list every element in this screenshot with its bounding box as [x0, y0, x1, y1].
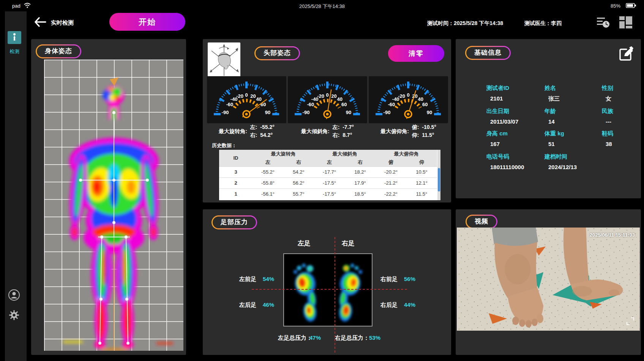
info-label-0: 测试者ID [486, 85, 509, 92]
svg-text:-60: -60 [226, 102, 233, 107]
gear-icon[interactable] [8, 309, 20, 322]
basic-info-pill: 基础信息 [465, 46, 511, 60]
total-pressure-label-0: 左足总压力： [278, 334, 312, 342]
total-pressure-value-1: 53% [369, 334, 380, 341]
svg-text:90: 90 [427, 110, 432, 115]
basic-info-panel: 基础信息 测试者ID2101姓名张三性别女出生日期2011/03/07年龄14民… [456, 39, 641, 198]
info-label-4: 年龄 [545, 108, 556, 115]
battery-icon [626, 3, 636, 10]
svg-text:-90: -90 [222, 110, 229, 115]
right-foot-header: 右足 [342, 239, 355, 248]
foot-pressure-title: 足部压力 [213, 217, 256, 228]
gauge-metrics-row: 最大旋转角: 左: -55.2° 右: 54.2° 最大倾斜角: 左: -7.7… [207, 124, 448, 139]
gauge-metric-0: 最大旋转角: 左: -55.2° 右: 54.2° [207, 124, 286, 139]
video-title: 视频 [467, 216, 496, 228]
table-row: 3-55.2°54.2°-17.7°18.2°-20.2°10.5° [219, 166, 437, 177]
avatar-icon[interactable] [8, 289, 20, 303]
info-label-6: 身高 cm [486, 130, 508, 137]
svg-text:60: 60 [422, 102, 428, 107]
svg-text:-90: -90 [303, 110, 310, 115]
history-data-label: 历史数据： [212, 142, 237, 149]
svg-text:-60: -60 [388, 102, 395, 107]
expand-icon[interactable] [626, 317, 635, 327]
table-scrollbar-thumb[interactable] [438, 168, 440, 191]
head-posture-panel: 头部姿态 清零 -90-60-40-20020406090-90-60-40-2… [203, 39, 451, 202]
info-label-3: 出生日期 [486, 108, 509, 115]
head-posture-pill: 头部姿态 [254, 46, 300, 60]
svg-text:20: 20 [250, 93, 256, 99]
status-datetime: 2025/5/28 下午14:38 [299, 3, 345, 10]
body-posture-title: 身体姿态 [37, 46, 80, 57]
gauge-metric-1: 最大倾斜角: 左: -7.7° 右: 8.7° [288, 124, 367, 139]
svg-text:-60: -60 [307, 102, 314, 107]
info-label-1: 姓名 [545, 85, 556, 92]
basic-info-title: 基础信息 [466, 47, 510, 59]
info-value-0: 2101 [490, 95, 503, 102]
history-report-icon[interactable] [597, 17, 610, 30]
total-pressure-value-0: 47% [309, 334, 321, 341]
table-row: 2-55.8°56.2°-17.5°17.9°-21.2°12.1° [219, 177, 437, 188]
test-time-label: 测试时间：2025/5/28 下午14:38 [427, 20, 503, 27]
svg-text:90: 90 [346, 110, 351, 115]
edit-icon[interactable] [618, 46, 634, 63]
info-label-7: 体重 kg [545, 130, 564, 137]
info-value-8: 38 [606, 141, 612, 147]
svg-text:0: 0 [407, 92, 409, 98]
gauges-row: -90-60-40-20020406090-90-60-40-200204060… [207, 76, 448, 123]
start-button[interactable]: 开始 [109, 13, 185, 31]
info-label-9: 电话号码 [486, 153, 509, 160]
info-value-10: 2024/12/13 [548, 164, 577, 170]
foot-pressure-panel: 足部压力 左足 右足 [203, 209, 451, 355]
gauge-0: -90-60-40-20020406090 [207, 76, 286, 123]
sidebar-detect-label: 检测 [5, 48, 24, 55]
video-frame: 2025/06/11 15:11:33 [457, 228, 640, 331]
info-value-4: 14 [548, 118, 555, 125]
head-posture-title: 头部姿态 [256, 47, 299, 59]
gauge-2: -90-60-40-20020406090 [369, 76, 448, 123]
svg-text:60: 60 [341, 102, 347, 107]
svg-text:20: 20 [331, 93, 336, 99]
info-value-6: 167 [490, 141, 500, 147]
quad-label-3: 右后足 [380, 301, 398, 309]
quad-value-1: 56% [404, 276, 415, 282]
info-value-2: 女 [606, 95, 611, 102]
page-title: 实时检测 [51, 19, 74, 27]
svg-text:-20: -20 [398, 93, 405, 99]
foot-pressure-pill: 足部压力 [212, 215, 257, 229]
wifi-icon [24, 2, 31, 10]
quad-label-0: 左前足 [239, 276, 256, 283]
reset-button[interactable]: 清零 [388, 45, 444, 62]
status-bar: pad 2025/5/28 下午14:38 85% [0, 0, 644, 11]
info-value-3: 2011/03/07 [490, 118, 518, 125]
svg-text:90: 90 [265, 110, 270, 115]
info-label-2: 性别 [602, 85, 613, 92]
crosshair-horizontal-line [252, 289, 407, 290]
sidebar: 检测 [5, 11, 27, 361]
test-doctor-label: 测试医生：李四 [524, 20, 562, 27]
info-value-5: --- [606, 118, 611, 125]
sidebar-item-detect[interactable] [8, 31, 21, 44]
video-pill: 视频 [466, 215, 497, 229]
back-button[interactable] [34, 17, 46, 28]
left-foot-header: 左足 [298, 239, 311, 248]
person-icon [11, 33, 18, 42]
svg-text:-90: -90 [384, 110, 391, 115]
layout-grid-icon[interactable] [619, 16, 633, 30]
quad-value-3: 44% [404, 301, 415, 308]
history-table: ID最大旋转角最大倾斜角最大俯仰角左右左右俯仰3-55.2°54.2°-17.7… [219, 150, 440, 200]
gauge-1: -90-60-40-20020406090 [288, 76, 367, 123]
table-scrollbar [437, 150, 440, 200]
svg-text:-20: -20 [317, 93, 324, 99]
gauge-metric-2: 最大俯仰角: 俯: -10.5° 仰: 11.5° [369, 124, 448, 139]
body-thermal-image [44, 60, 183, 351]
quad-value-0: 54% [263, 276, 274, 282]
video-panel: 视频 [456, 209, 641, 355]
svg-text:0: 0 [326, 92, 328, 98]
info-label-10: 建档时间 [545, 153, 567, 160]
info-value-9: 18011110000 [490, 164, 524, 170]
svg-text:-20: -20 [236, 93, 243, 99]
info-value-1: 张三 [548, 95, 560, 102]
device-label: pad [12, 3, 21, 9]
total-pressure-label-1: 右足总压力： [335, 334, 369, 342]
table-row: 1-56.1°55.7°-17.5°18.5°-22.2°11.5° [219, 188, 437, 199]
